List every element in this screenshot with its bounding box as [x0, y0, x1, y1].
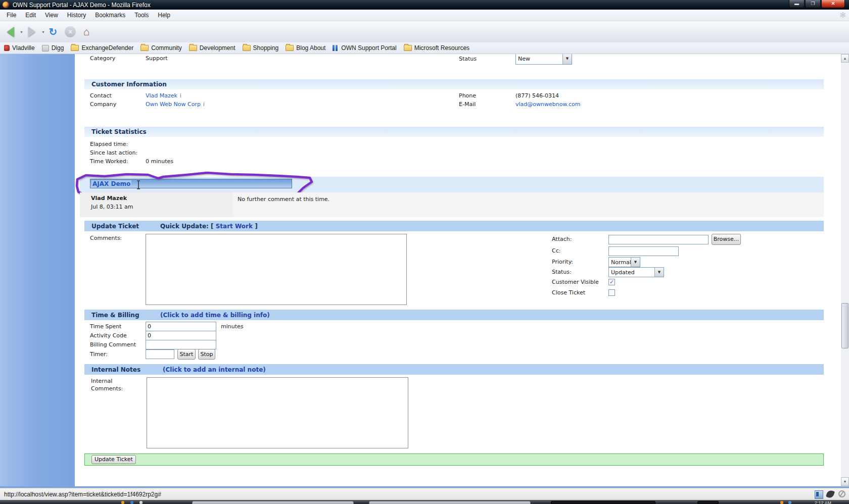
- start-work-link[interactable]: Start Work: [216, 223, 253, 230]
- time-spent-unit: minutes: [221, 323, 244, 330]
- comment-author: Vlad Mazek: [91, 195, 127, 201]
- menu-view[interactable]: View: [40, 10, 63, 20]
- menu-bookmarks[interactable]: Bookmarks: [90, 10, 130, 20]
- update-ticket-button[interactable]: Update Ticket: [91, 455, 136, 464]
- quicklaunch-icon[interactable]: [130, 501, 133, 504]
- billing-comment-label: Billing Comment: [90, 341, 136, 348]
- billing-comment-input[interactable]: [146, 340, 216, 349]
- timer-stop-button[interactable]: Stop: [198, 349, 215, 360]
- attach-label: Attach:: [552, 236, 572, 242]
- cc-input[interactable]: [608, 246, 679, 256]
- customer-information-header: Customer Information: [84, 79, 824, 89]
- internal-notes-link[interactable]: (Click to add an internal note): [163, 366, 266, 373]
- menu-tools[interactable]: Tools: [130, 10, 153, 20]
- scroll-down-icon[interactable]: ▼: [841, 477, 849, 486]
- bookmark-exchangedefender[interactable]: ExchangeDefender: [71, 44, 133, 52]
- priority-select[interactable]: Normal ▼: [608, 257, 640, 267]
- email-link[interactable]: vlad@ownwebnow.com: [515, 101, 580, 108]
- update-status-select[interactable]: Updated ▼: [608, 267, 664, 277]
- status-select[interactable]: New ▼: [515, 54, 572, 65]
- activity-code-input[interactable]: 0: [146, 331, 216, 340]
- reload-button[interactable]: ↻: [45, 24, 61, 39]
- category-label: Category: [90, 55, 115, 62]
- tray-icon[interactable]: [788, 501, 791, 504]
- back-button[interactable]: [3, 24, 18, 39]
- ticket-statistics-title: Ticket Statistics: [91, 128, 147, 135]
- firefox-icon: [3, 2, 9, 8]
- status-label: Status: [459, 56, 477, 62]
- firefox-window: OWN Support Portal - AJAX Demo - Mozilla…: [0, 0, 849, 504]
- customer-visible-checkbox[interactable]: ✓: [608, 279, 615, 285]
- company-info-icon[interactable]: i: [203, 102, 205, 107]
- internal-comments-label-line2: Comments:: [91, 385, 123, 392]
- restore-button[interactable]: ❐: [805, 0, 821, 8]
- menu-file[interactable]: File: [2, 10, 21, 20]
- since-last-action-label: Since last action:: [90, 149, 137, 156]
- taskbar-window-button[interactable]: [192, 501, 354, 504]
- time-billing-link[interactable]: (Click to add time & billing info): [160, 312, 270, 319]
- bookmark-development[interactable]: Development: [189, 44, 235, 52]
- browse-button[interactable]: Browse...: [712, 234, 741, 245]
- windows-taskbar[interactable]: 2:12 AM: [0, 500, 849, 504]
- bookmark-microsoft-resources[interactable]: Microsoft Resources: [404, 44, 469, 52]
- quicklaunch-icon[interactable]: [121, 501, 124, 504]
- comments-textarea[interactable]: [146, 234, 407, 305]
- bookmark-digg[interactable]: Digg: [42, 44, 64, 52]
- menu-help[interactable]: Help: [153, 10, 175, 20]
- menu-history[interactable]: History: [63, 10, 90, 20]
- contact-link[interactable]: Vlad Mazeki: [146, 92, 181, 99]
- timer-input[interactable]: [146, 349, 174, 359]
- menu-edit[interactable]: Edit: [21, 10, 40, 20]
- folder-icon: [243, 45, 251, 51]
- cc-label: Cc:: [552, 247, 560, 254]
- bookmark-community[interactable]: Community: [140, 44, 182, 52]
- attach-input[interactable]: [608, 235, 709, 244]
- vertical-scrollbar[interactable]: ▲ ▼: [841, 54, 849, 486]
- contact-info-icon[interactable]: i: [180, 93, 181, 98]
- forward-dropdown-icon[interactable]: ▼: [41, 30, 45, 34]
- internal-comments-textarea[interactable]: [147, 377, 408, 448]
- activity-code-label: Activity Code: [90, 332, 127, 339]
- close-ticket-checkbox[interactable]: [608, 289, 615, 296]
- bookmark-own-support-portal[interactable]: OWN Support Portal: [333, 44, 396, 52]
- taskbar-window-button[interactable]: [369, 501, 531, 504]
- taskbar-window-button[interactable]: [697, 501, 719, 504]
- forward-button[interactable]: [24, 24, 39, 39]
- statusbar-network-icon[interactable]: [815, 490, 823, 499]
- scroll-up-icon[interactable]: ▲: [841, 54, 849, 63]
- update-status-select-value: Updated: [609, 269, 654, 276]
- bookmark-shopping[interactable]: Shopping: [243, 44, 279, 52]
- comment-text: No further comment at this time.: [238, 196, 329, 203]
- timer-label: Timer:: [90, 351, 108, 358]
- priority-select-value: Normal: [609, 259, 631, 266]
- bookmark-vladville[interactable]: Vladville: [4, 44, 35, 52]
- throbber-icon: ✻: [839, 11, 846, 20]
- folder-icon: [189, 45, 197, 51]
- home-button[interactable]: ⌂: [79, 24, 94, 39]
- statusbar-quill-icon[interactable]: [826, 489, 835, 499]
- page-left-sidebar: [0, 54, 75, 486]
- time-billing-title: Time & Billing: [91, 312, 139, 319]
- priority-label: Priority:: [552, 259, 573, 265]
- statusbar-extension-icon[interactable]: [838, 490, 845, 497]
- stop-button[interactable]: ✕: [63, 24, 78, 39]
- contact-label: Contact: [90, 92, 112, 99]
- update-status-select-arrow-icon[interactable]: ▼: [654, 268, 664, 277]
- priority-select-arrow-icon[interactable]: ▼: [631, 258, 640, 267]
- close-button[interactable]: ✕: [821, 0, 845, 8]
- status-select-arrow-icon[interactable]: ▼: [562, 54, 572, 64]
- tray-icon[interactable]: [780, 501, 783, 504]
- elapsed-time-label: Elapsed time:: [90, 141, 128, 147]
- time-spent-input[interactable]: 0: [146, 322, 216, 331]
- digg-icon: [42, 45, 49, 52]
- scrollbar-thumb[interactable]: [841, 303, 848, 348]
- back-dropdown-icon[interactable]: ▼: [20, 30, 23, 34]
- window-title: OWN Support Portal - AJAX Demo - Mozilla…: [13, 2, 151, 9]
- company-link[interactable]: Own Web Now Corpi: [146, 101, 205, 108]
- update-status-label: Status:: [552, 269, 572, 275]
- bookmark-blog-about[interactable]: Blog About: [286, 44, 325, 52]
- timer-start-button[interactable]: Start: [177, 349, 196, 360]
- quicklaunch-icon[interactable]: [139, 501, 143, 504]
- minimize-button[interactable]: ▬: [789, 0, 805, 8]
- taskbar-window-button[interactable]: [551, 501, 655, 504]
